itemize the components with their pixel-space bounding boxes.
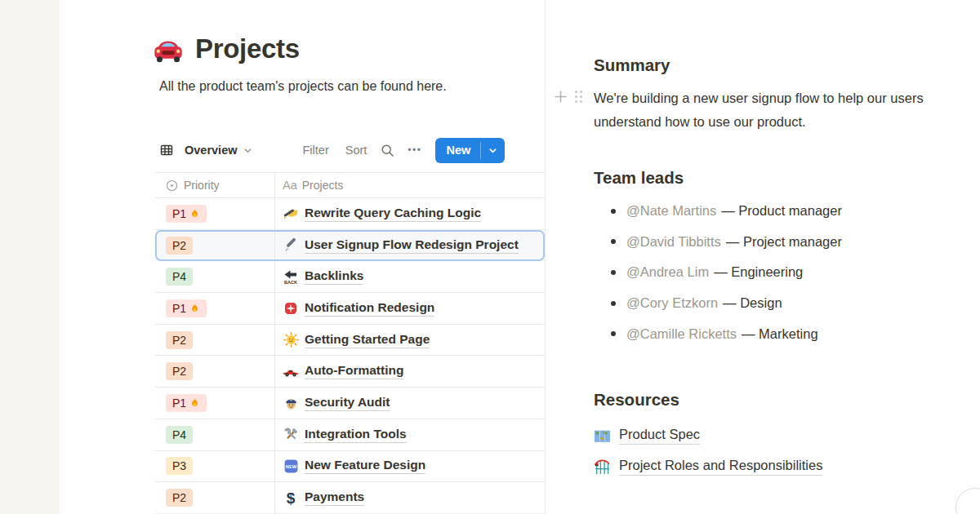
list-item: @Cory Etzkorn— Design bbox=[611, 288, 842, 319]
add-block-icon[interactable] bbox=[554, 90, 568, 104]
priority-badge[interactable]: P1 bbox=[166, 394, 207, 412]
priority-badge[interactable]: P1 bbox=[166, 299, 207, 317]
new-button-icon: NEW bbox=[283, 459, 299, 474]
sort-button[interactable]: Sort bbox=[345, 144, 368, 157]
user-mention[interactable]: @Camille Ricketts bbox=[626, 326, 737, 342]
table-header-row: Priority Aa Projects bbox=[155, 172, 545, 198]
user-mention[interactable]: @Nate Martins bbox=[626, 203, 716, 219]
chevron-down-icon bbox=[243, 146, 252, 155]
search-icon[interactable] bbox=[381, 144, 394, 157]
summary-paragraph[interactable]: We're building a new user signup flow to… bbox=[594, 86, 980, 133]
table-row[interactable]: P2 $Payments bbox=[155, 482, 545, 514]
police-officer-icon bbox=[283, 395, 299, 410]
table-row[interactable]: P2 Getting Started Page bbox=[155, 325, 545, 357]
drag-handle-icon[interactable] bbox=[575, 91, 583, 104]
database-toolbar: Overview Filter Sort ••• New bbox=[160, 137, 505, 163]
hammer-and-wrench-icon bbox=[283, 427, 299, 442]
table-row[interactable]: P1 Rewrite Query Caching Logic bbox=[155, 198, 545, 230]
member-role: — Project manager bbox=[726, 234, 842, 250]
fire-icon bbox=[189, 208, 200, 219]
block-controls bbox=[554, 90, 583, 104]
project-link[interactable]: New Feature Design bbox=[305, 458, 425, 474]
view-tab-overview[interactable]: Overview bbox=[160, 144, 252, 157]
project-link[interactable]: Payments bbox=[305, 490, 364, 506]
priority-badge[interactable]: P3 bbox=[166, 457, 193, 475]
sun-with-face-icon bbox=[283, 332, 299, 348]
table-row[interactable]: P4 Integration Tools bbox=[155, 419, 545, 451]
pen-icon bbox=[283, 237, 299, 253]
resource-link-project-roles[interactable]: Project Roles and Responsibilities bbox=[594, 451, 822, 482]
projects-page-panel: Projects All the product team's projects… bbox=[60, 0, 546, 514]
table-row[interactable]: P1 Security Audit bbox=[155, 388, 545, 419]
member-role: — Engineering bbox=[714, 264, 803, 280]
user-mention[interactable]: @David Tibbitts bbox=[626, 234, 721, 250]
resource-link-product-spec[interactable]: Product Spec bbox=[594, 420, 822, 451]
user-mention[interactable]: @Cory Etzkorn bbox=[626, 295, 718, 311]
fire-icon bbox=[189, 397, 200, 409]
list-item: @Camille Ricketts— Marketing bbox=[611, 318, 842, 349]
table-row[interactable]: P1 Notification Redesign bbox=[155, 293, 545, 325]
list-item: @Andrea Lim— Engineering bbox=[611, 257, 842, 288]
roller-coaster-icon bbox=[594, 459, 612, 475]
page-description: All the product team's projects can be f… bbox=[159, 76, 447, 96]
resource-label[interactable]: Project Roles and Responsibilities bbox=[619, 458, 822, 476]
column-label-priority: Priority bbox=[184, 179, 220, 192]
new-button-label: New bbox=[435, 138, 480, 163]
bullet-icon bbox=[611, 209, 616, 214]
bullet-icon bbox=[611, 270, 616, 275]
resources-list: Product Spec Project Roles and Responsib… bbox=[594, 420, 822, 482]
member-role: — Product manager bbox=[721, 203, 842, 219]
project-link[interactable]: Backlinks bbox=[305, 268, 363, 285]
column-header-projects[interactable]: Aa Projects bbox=[275, 173, 545, 197]
priority-badge[interactable]: P2 bbox=[166, 237, 193, 255]
table-row-selected[interactable]: P2 User Signup Flow Redesign Project bbox=[155, 230, 545, 262]
table-row[interactable]: P4 BACKBacklinks bbox=[155, 261, 545, 293]
view-tab-label: Overview bbox=[185, 144, 238, 157]
priority-badge[interactable]: P4 bbox=[166, 426, 193, 444]
priority-badge[interactable]: P2 bbox=[166, 331, 193, 349]
svg-text:NEW: NEW bbox=[285, 464, 296, 469]
project-link[interactable]: Getting Started Page bbox=[305, 332, 430, 348]
member-role: — Marketing bbox=[742, 326, 818, 342]
member-role: — Design bbox=[723, 295, 782, 311]
racing-car-icon bbox=[283, 366, 299, 378]
new-dropdown-chevron-icon[interactable] bbox=[481, 138, 505, 163]
fire-icon bbox=[189, 303, 200, 314]
team-leads-heading: Team leads bbox=[594, 168, 684, 188]
table-view-icon bbox=[160, 144, 173, 157]
priority-badge[interactable]: P2 bbox=[166, 489, 193, 507]
app-sidebar bbox=[0, 0, 60, 514]
world-map-icon bbox=[594, 428, 612, 444]
back-arrow-icon: BACK bbox=[283, 268, 299, 285]
filter-button[interactable]: Filter bbox=[303, 144, 329, 157]
writing-hand-icon bbox=[283, 206, 299, 221]
table-row[interactable]: P2 Auto-Formatting bbox=[155, 356, 545, 388]
summary-heading: Summary bbox=[594, 55, 670, 75]
priority-badge[interactable]: P4 bbox=[166, 268, 193, 286]
column-label-projects: Projects bbox=[302, 179, 344, 192]
user-mention[interactable]: @Andrea Lim bbox=[626, 264, 709, 280]
title-property-icon: Aa bbox=[283, 179, 297, 192]
page-title: Projects bbox=[195, 33, 300, 64]
project-link[interactable]: Auto-Formatting bbox=[305, 363, 403, 379]
new-button[interactable]: New bbox=[435, 138, 505, 163]
list-item: @David Tibbitts— Project manager bbox=[611, 227, 842, 258]
team-leads-list: @Nate Martins— Product manager @David Ti… bbox=[611, 196, 842, 349]
more-options-button[interactable]: ••• bbox=[408, 144, 421, 156]
resource-label[interactable]: Product Spec bbox=[619, 427, 700, 445]
column-header-priority[interactable]: Priority bbox=[155, 173, 275, 197]
select-property-icon bbox=[166, 179, 178, 192]
project-link[interactable]: Rewrite Query Caching Logic bbox=[305, 206, 481, 222]
heavy-dollar-sign-icon: $ bbox=[283, 490, 299, 506]
red-car-icon[interactable] bbox=[152, 33, 185, 65]
bullet-icon bbox=[611, 239, 616, 244]
priority-badge[interactable]: P2 bbox=[166, 362, 193, 380]
table-row[interactable]: P3 NEWNew Feature Design bbox=[155, 451, 545, 483]
list-item: @Nate Martins— Product manager bbox=[611, 196, 842, 227]
project-link[interactable]: Integration Tools bbox=[305, 427, 407, 443]
priority-badge[interactable]: P1 bbox=[166, 205, 207, 223]
project-link[interactable]: User Signup Flow Redesign Project bbox=[305, 237, 519, 254]
bullet-icon bbox=[611, 301, 616, 306]
project-link[interactable]: Notification Redesign bbox=[305, 300, 434, 317]
project-link[interactable]: Security Audit bbox=[305, 395, 390, 411]
